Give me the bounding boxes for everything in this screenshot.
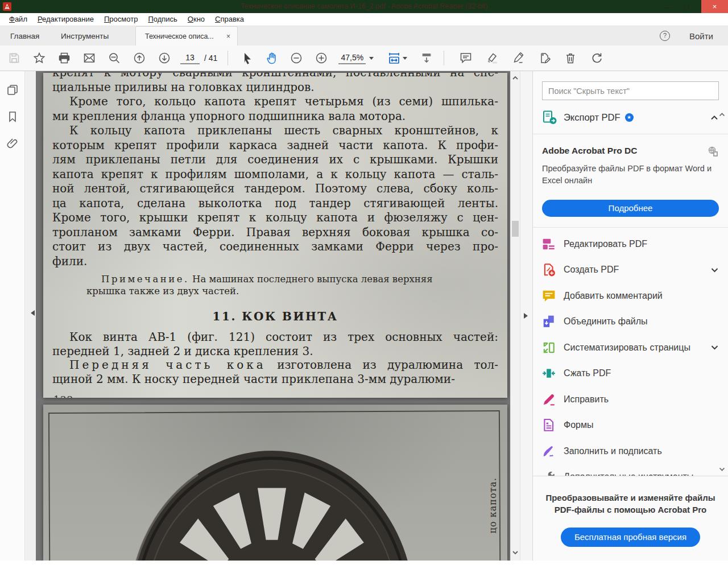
star-icon[interactable] bbox=[32, 51, 46, 65]
menu-item[interactable]: Справка bbox=[210, 14, 249, 25]
document-text-line: ной лентой, стягивающейся тандером. Поэт… bbox=[52, 182, 498, 196]
chevron-up-icon[interactable] bbox=[710, 113, 719, 122]
menu-item[interactable]: Просмотр bbox=[99, 14, 143, 25]
tools-list: Редактировать PDFСоздать PDFДобавить ком… bbox=[533, 228, 728, 476]
more-tools-icon bbox=[542, 470, 556, 476]
add-comment-icon bbox=[542, 289, 556, 303]
page-number-input[interactable]: 13 bbox=[180, 52, 200, 64]
panel-scroll-down-icon[interactable] bbox=[718, 465, 726, 473]
page-up-icon[interactable] bbox=[133, 51, 146, 65]
tab-close-icon[interactable]: × bbox=[226, 32, 230, 40]
document-text-line: лям приклепаны петли для соединения их с… bbox=[52, 153, 498, 167]
print-icon[interactable] bbox=[57, 51, 71, 65]
bookmarks-icon[interactable] bbox=[6, 110, 19, 123]
zoom-in-icon[interactable] bbox=[315, 51, 328, 65]
document-text-line: К кольцу капота приклепаны шесть сварных… bbox=[52, 123, 498, 138]
sign-in-button[interactable]: Войти bbox=[689, 26, 713, 46]
pages-thumbnails-icon[interactable] bbox=[6, 84, 19, 96]
menu-item[interactable]: Подпись bbox=[143, 14, 182, 25]
close-icon: × bbox=[713, 2, 717, 11]
scroll-down-icon[interactable] bbox=[512, 549, 519, 556]
refresh-icon[interactable] bbox=[590, 51, 603, 65]
tool-item-create-pdf[interactable]: Создать PDF bbox=[542, 257, 719, 283]
trash-icon[interactable] bbox=[564, 51, 577, 65]
page-number: 132 bbox=[53, 394, 507, 398]
edit-page-icon[interactable] bbox=[537, 51, 551, 65]
fill-sign-icon bbox=[542, 444, 556, 458]
tab-bar: Главная Инструменты Техническое описа...… bbox=[0, 26, 728, 46]
convert-files-icon bbox=[708, 146, 719, 157]
panel-footer: Преобразовывайте и изменяйте файлы PDF-ф… bbox=[533, 476, 728, 546]
export-pdf-section-header[interactable]: Экспорт PDF ★ bbox=[533, 100, 728, 134]
free-trial-button[interactable]: Бесплатная пробная версия bbox=[561, 528, 700, 547]
toolbar-separator bbox=[228, 51, 228, 65]
tool-label: Дополнительные инструменты bbox=[564, 472, 693, 476]
menu-item[interactable]: Файл bbox=[4, 14, 32, 25]
save-icon[interactable] bbox=[7, 51, 21, 65]
close-window-button[interactable]: × bbox=[701, 0, 728, 13]
maximize-icon[interactable]: ▢ bbox=[684, 3, 690, 10]
document-text-line: Кок винта АВ-1 (фиг. 121) состоит из тре… bbox=[52, 330, 498, 344]
scanned-paragraphs: Кок винта АВ-1 (фиг. 121) состоит из тре… bbox=[52, 330, 498, 386]
highlight-icon[interactable] bbox=[485, 51, 499, 65]
organize-pages-icon bbox=[542, 341, 556, 355]
document-viewport[interactable]: крепят к мотору сварными кронштейнами, п… bbox=[36, 71, 510, 561]
tool-item-compress-pdf[interactable]: Сжать PDF bbox=[542, 361, 719, 387]
export-pdf-label: Экспорт PDF bbox=[564, 112, 621, 123]
document-text-line: Передняя часть кока изготовлена из дурал… bbox=[52, 358, 498, 372]
tool-item-combine-files[interactable]: Объединить файлы bbox=[542, 309, 719, 335]
edit-pdf-icon bbox=[542, 237, 556, 251]
fit-width-icon[interactable] bbox=[387, 51, 401, 65]
sign-pen-icon[interactable] bbox=[511, 51, 525, 65]
panel-scroll-up-icon[interactable] bbox=[718, 111, 726, 118]
document-text-line: передней 1, задней 2 и диска крепления 3… bbox=[52, 344, 498, 359]
hand-tool-icon[interactable] bbox=[264, 51, 278, 65]
chevron-down-icon[interactable] bbox=[710, 343, 719, 352]
document-text-line: циальные приливы на головках цилиндров. bbox=[52, 80, 498, 95]
menu-item[interactable]: Окно bbox=[183, 14, 210, 25]
search-icon[interactable] bbox=[107, 51, 121, 65]
tab-document[interactable]: Техническое описа... × bbox=[135, 26, 238, 46]
scrollbar-thumb[interactable] bbox=[512, 221, 519, 237]
tool-label: Редактировать PDF bbox=[564, 239, 647, 249]
tool-item-forms[interactable]: Формы bbox=[542, 413, 719, 439]
minimize-icon[interactable]: — bbox=[665, 3, 672, 10]
collapse-left-icon[interactable] bbox=[28, 310, 35, 316]
scroll-up-icon[interactable] bbox=[512, 75, 519, 81]
tools-search-input[interactable] bbox=[542, 81, 719, 100]
tool-item-fill-sign[interactable]: Заполнить и подписать bbox=[542, 438, 719, 464]
tab-home[interactable]: Главная bbox=[10, 26, 39, 46]
scrolling-mode-icon[interactable] bbox=[420, 51, 433, 65]
navigation-sidebar bbox=[0, 71, 25, 561]
document-text-line: тропланом замками Ферри. Правая верхняя … bbox=[52, 225, 498, 240]
collapse-right-icon[interactable] bbox=[524, 313, 531, 319]
tool-item-edit-pdf[interactable]: Редактировать PDF bbox=[542, 231, 719, 257]
help-icon[interactable]: ? bbox=[660, 31, 670, 41]
menu-item[interactable]: Редактирование bbox=[32, 14, 99, 25]
document-scrollbar[interactable] bbox=[510, 71, 520, 561]
create-pdf-icon bbox=[542, 263, 556, 277]
right-panel-collapse-strip bbox=[520, 71, 532, 561]
document-text-line: Кроме того, крышки крепят к кольцу капот… bbox=[52, 211, 498, 225]
forms-icon bbox=[542, 418, 556, 432]
tab-tools[interactable]: Инструменты bbox=[61, 26, 109, 46]
section-heading: 11. КОК ВИНТА bbox=[43, 310, 507, 323]
fit-dropdown-icon[interactable] bbox=[403, 57, 407, 62]
page-down-icon[interactable] bbox=[158, 51, 171, 65]
acrobat-app-icon bbox=[3, 2, 11, 11]
document-text-line: фили. bbox=[52, 254, 498, 269]
chevron-down-icon[interactable] bbox=[710, 266, 719, 274]
learn-more-button[interactable]: Подробнее bbox=[542, 200, 719, 217]
tool-item-add-comment[interactable]: Добавить комментарий bbox=[542, 283, 719, 309]
zoom-dropdown-icon[interactable] bbox=[369, 57, 374, 62]
select-cursor-icon[interactable] bbox=[239, 51, 253, 65]
tool-item-organize-pages[interactable]: Систематизировать страницы bbox=[542, 335, 719, 361]
zoom-level-input[interactable]: 47,5% bbox=[338, 52, 366, 64]
promo-text: Преобразуйте файлы PDF в формат Word и E… bbox=[542, 163, 719, 186]
zoom-out-icon[interactable] bbox=[289, 51, 303, 65]
email-icon[interactable] bbox=[82, 51, 96, 65]
comment-icon[interactable] bbox=[459, 51, 473, 65]
tool-item-repair[interactable]: Исправить bbox=[542, 386, 719, 413]
attachments-icon[interactable] bbox=[6, 137, 19, 150]
tool-item-more-tools[interactable]: Дополнительные инструменты bbox=[542, 464, 719, 477]
